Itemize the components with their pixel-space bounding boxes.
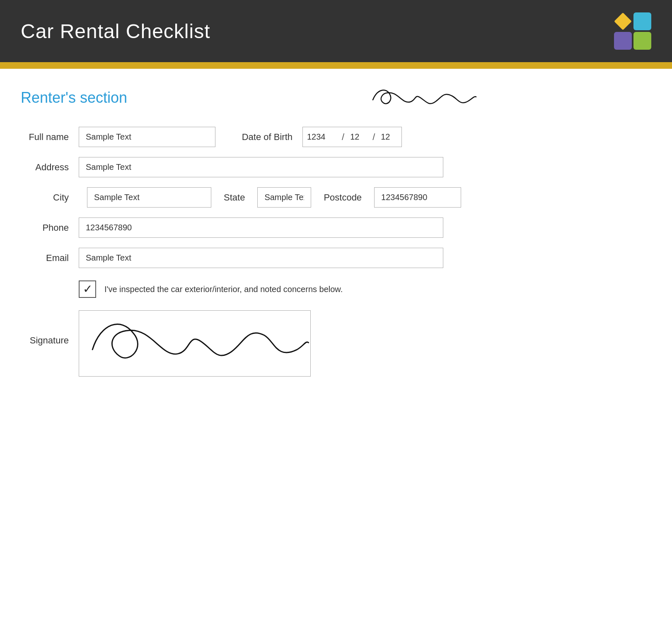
- city-state-postcode-row: City State Postcode: [21, 187, 476, 208]
- email-label: Email: [21, 253, 79, 263]
- logo-tile-green: [633, 32, 651, 50]
- postcode-label: Postcode: [319, 192, 366, 203]
- logo: [614, 12, 651, 50]
- signature-drawing: [79, 311, 310, 376]
- form-section: Full name Date of Birth / / Address City: [21, 127, 476, 377]
- inspection-label: I've inspected the car exterior/interior…: [104, 285, 343, 294]
- state-input[interactable]: [257, 187, 311, 208]
- dob-separator-2: /: [371, 132, 377, 143]
- email-row: Email: [21, 248, 476, 268]
- inspection-checkbox-row: ✓ I've inspected the car exterior/interi…: [79, 280, 476, 298]
- postcode-input[interactable]: [374, 187, 461, 208]
- page-title: Car Rental Checklist: [21, 20, 210, 43]
- dob-label: Date of Birth: [228, 132, 302, 143]
- phone-input[interactable]: [79, 218, 443, 238]
- fullname-label: Full name: [21, 132, 79, 143]
- logo-tile-blue: [633, 12, 651, 30]
- gold-stripe: [0, 62, 672, 69]
- dob-day-input[interactable]: [377, 127, 401, 147]
- dob-separator-1: /: [340, 132, 346, 143]
- phone-label: Phone: [21, 222, 79, 233]
- email-input[interactable]: [79, 248, 443, 268]
- signature-label: Signature: [21, 310, 79, 346]
- dob-month-input[interactable]: [346, 127, 371, 147]
- section-header: Renter's section: [21, 85, 476, 110]
- dob-field-group: / /: [302, 127, 402, 147]
- section-title: Renter's section: [21, 89, 127, 106]
- inspection-checkbox[interactable]: ✓: [79, 280, 96, 298]
- fullname-input[interactable]: [79, 127, 215, 147]
- city-input[interactable]: [87, 187, 211, 208]
- address-label: Address: [21, 162, 79, 173]
- checkmark-icon: ✓: [83, 283, 92, 295]
- dob-year-input[interactable]: [303, 127, 340, 147]
- signature-row: Signature: [21, 310, 476, 377]
- fullname-group: Full name: [21, 127, 215, 147]
- header-signature: [369, 85, 476, 110]
- header: Car Rental Checklist: [0, 0, 672, 62]
- logo-tile-diamond: [614, 12, 632, 30]
- address-input[interactable]: [79, 157, 443, 177]
- signature-box[interactable]: [79, 310, 311, 377]
- state-label: State: [220, 192, 249, 203]
- dob-group-outer: Date of Birth / /: [228, 127, 476, 147]
- city-label: City: [21, 192, 79, 203]
- fullname-dob-row: Full name Date of Birth / /: [21, 127, 476, 147]
- logo-tile-purple: [614, 32, 632, 50]
- main-content: Renter's section Full name Date of Birth…: [0, 69, 497, 401]
- phone-row: Phone: [21, 218, 476, 238]
- address-row: Address: [21, 157, 476, 177]
